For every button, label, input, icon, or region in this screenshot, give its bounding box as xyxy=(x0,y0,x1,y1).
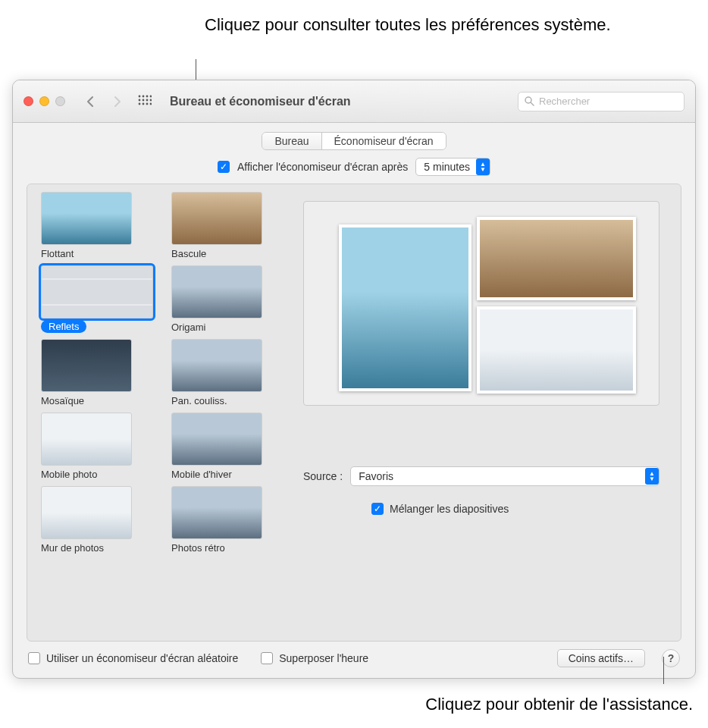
help-button[interactable]: ? xyxy=(662,649,680,667)
svg-point-5 xyxy=(143,99,145,101)
saver-thumbnail[interactable] xyxy=(41,265,153,318)
saver-thumbnail[interactable] xyxy=(41,413,132,466)
saver-thumbnail[interactable] xyxy=(41,192,132,245)
saver-label: Mobile photo xyxy=(41,469,97,480)
svg-point-3 xyxy=(150,95,152,97)
source-label: Source : xyxy=(303,470,343,482)
svg-point-8 xyxy=(139,102,141,105)
saver-item[interactable]: Mur de photos xyxy=(41,486,153,554)
forward-button[interactable] xyxy=(108,91,127,112)
saver-item[interactable]: Pan. couliss. xyxy=(171,339,284,406)
saver-thumbnail[interactable] xyxy=(171,486,262,539)
svg-point-0 xyxy=(139,95,141,97)
main-panel: FlottantBasculeRefletsOrigamiMosaïquePan… xyxy=(27,184,681,642)
tab-bureau[interactable]: Bureau xyxy=(262,133,321,149)
saver-label: Mobile d'hiver xyxy=(171,469,232,480)
saver-item[interactable]: Origami xyxy=(171,265,284,333)
shuffle-checkbox[interactable]: ✓ xyxy=(371,503,384,515)
back-button[interactable] xyxy=(80,91,100,112)
saver-label: Photos rétro xyxy=(171,542,225,554)
callout-bottom: Cliquez pour obtenir de l'assistance. xyxy=(425,695,693,714)
svg-point-6 xyxy=(146,99,149,101)
svg-point-4 xyxy=(139,99,141,101)
check-icon: ✓ xyxy=(374,504,381,513)
svg-point-11 xyxy=(150,102,152,105)
saver-label: Flottant xyxy=(41,248,74,259)
show-all-icon[interactable] xyxy=(135,92,155,111)
source-popup[interactable]: Favoris ▲▼ xyxy=(350,466,659,486)
saver-thumbnail[interactable] xyxy=(171,413,262,466)
search-field[interactable] xyxy=(518,92,685,111)
saver-list[interactable]: FlottantBasculeRefletsOrigamiMosaïquePan… xyxy=(27,184,293,641)
hot-corners-button[interactable]: Coins actifs… xyxy=(557,649,645,667)
stepper-icon: ▲▼ xyxy=(645,468,659,485)
shuffle-label: Mélanger les diapositives xyxy=(390,503,509,515)
footer: Utiliser un économiseur d'écran aléatoir… xyxy=(27,642,681,667)
saver-label: Origami xyxy=(171,322,206,333)
show-after-value: 5 minutes xyxy=(424,161,470,173)
search-icon xyxy=(525,96,534,106)
tab-economiseur[interactable]: Économiseur d'écran xyxy=(322,133,446,149)
random-saver-label: Utiliser un économiseur d'écran aléatoir… xyxy=(46,652,238,664)
minimize-button[interactable] xyxy=(39,96,49,106)
preview-monitor xyxy=(303,201,659,406)
show-after-label: Afficher l'économiseur d'écran après xyxy=(237,161,408,173)
preferences-window: Bureau et économiseur d'écran Bureau Éco… xyxy=(12,80,696,679)
svg-point-2 xyxy=(146,95,149,97)
saver-thumbnail[interactable] xyxy=(171,339,262,392)
stepper-icon: ▲▼ xyxy=(476,158,490,175)
tab-segmented: Bureau Économiseur d'écran xyxy=(262,132,446,150)
saver-label: Bascule xyxy=(171,248,206,259)
saver-thumbnail[interactable] xyxy=(41,339,132,392)
show-clock-checkbox[interactable] xyxy=(261,652,273,664)
saver-item[interactable]: Bascule xyxy=(171,192,284,259)
search-input[interactable] xyxy=(539,96,678,107)
callout-top: Cliquez pour consulter toutes les préfér… xyxy=(205,14,611,36)
close-button[interactable] xyxy=(23,96,33,106)
callout-line xyxy=(663,657,664,684)
saver-thumbnail[interactable] xyxy=(171,192,262,245)
saver-item[interactable]: Mobile d'hiver xyxy=(171,413,284,480)
saver-label: Mur de photos xyxy=(41,542,104,554)
show-clock-label: Superposer l'heure xyxy=(279,652,368,664)
show-after-popup[interactable]: 5 minutes ▲▼ xyxy=(415,158,490,176)
saver-item[interactable]: Flottant xyxy=(41,192,153,259)
preview-pane: Source : Favoris ▲▼ ✓ Mélanger les diapo… xyxy=(293,184,681,641)
show-after-row: ✓ Afficher l'économiseur d'écran après 5… xyxy=(27,158,681,176)
saver-thumbnail[interactable] xyxy=(41,486,132,539)
saver-label: Reflets xyxy=(41,320,86,333)
shuffle-row: ✓ Mélanger les diapositives xyxy=(371,503,659,515)
svg-point-7 xyxy=(150,99,152,101)
svg-point-1 xyxy=(143,95,145,97)
svg-point-10 xyxy=(146,102,149,105)
saver-thumbnail[interactable] xyxy=(171,265,262,318)
saver-item[interactable]: Reflets xyxy=(41,265,153,333)
window-title: Bureau et économiseur d'écran xyxy=(170,95,510,108)
svg-line-13 xyxy=(531,102,534,105)
random-saver-checkbox[interactable] xyxy=(28,652,40,664)
source-row: Source : Favoris ▲▼ xyxy=(303,466,659,486)
show-after-checkbox[interactable]: ✓ xyxy=(218,161,230,173)
traffic-lights xyxy=(23,96,65,106)
check-icon: ✓ xyxy=(220,162,227,171)
saver-label: Mosaïque xyxy=(41,395,84,406)
titlebar: Bureau et économiseur d'écran xyxy=(13,80,695,123)
saver-item[interactable]: Photos rétro xyxy=(171,486,284,554)
saver-item[interactable]: Mobile photo xyxy=(41,413,153,480)
source-value: Favoris xyxy=(359,470,393,482)
svg-point-9 xyxy=(143,102,145,105)
saver-label: Pan. couliss. xyxy=(171,395,227,406)
zoom-button-disabled xyxy=(55,96,65,106)
saver-item[interactable]: Mosaïque xyxy=(41,339,153,406)
